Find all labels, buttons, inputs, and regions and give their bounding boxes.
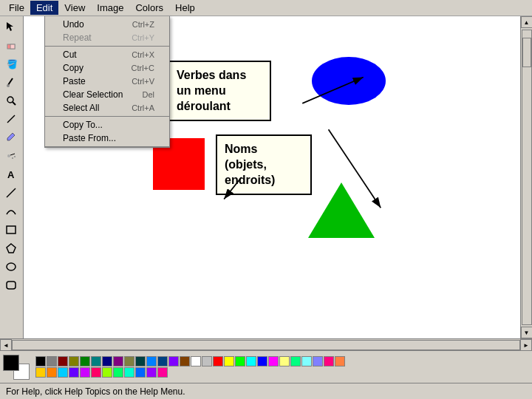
menu-help[interactable]: Help (169, 1, 201, 15)
menu-colors[interactable]: Colors (129, 1, 169, 15)
color-cell[interactable] (146, 367, 157, 378)
color-cell[interactable] (157, 367, 168, 378)
dropdown-clear-selection[interactable]: Clear Selection Del (45, 88, 169, 101)
tool-fill[interactable]: 🪣 (1, 55, 21, 72)
color-cell[interactable] (58, 367, 68, 378)
svg-line-7 (7, 115, 15, 123)
menu-edit[interactable]: Edit (30, 1, 58, 15)
scroll-down-button[interactable]: ▼ (521, 327, 533, 338)
tool-text[interactable]: A (1, 166, 21, 183)
svg-line-3 (8, 78, 13, 85)
tool-brush[interactable] (1, 129, 21, 146)
dropdown-section-3: Copy To... Paste From... (45, 117, 169, 147)
green-triangle (308, 183, 375, 238)
menu-image[interactable]: Image (91, 1, 129, 15)
color-cell[interactable] (102, 367, 112, 378)
tool-eyedropper[interactable] (1, 73, 21, 91)
color-cell[interactable] (135, 356, 146, 366)
color-cell[interactable] (69, 356, 79, 366)
svg-point-11 (14, 156, 16, 157)
nouns-annotation: Noms (objets, endroits) (216, 134, 312, 195)
dropdown-section-2: Cut Ctrl+X Copy Ctrl+C Paste Ctrl+V Clea… (45, 47, 169, 117)
color-cell[interactable] (202, 356, 212, 366)
svg-line-9 (10, 154, 15, 155)
svg-point-16 (7, 263, 16, 270)
color-grid (35, 356, 346, 378)
color-cell[interactable] (324, 356, 334, 366)
color-cell[interactable] (113, 356, 123, 366)
scroll-up-button[interactable]: ▲ (521, 16, 533, 28)
scroll-track-horizontal[interactable] (12, 340, 520, 350)
color-cell[interactable] (301, 356, 312, 366)
color-cell[interactable] (80, 367, 90, 378)
edit-dropdown-menu: Undo Ctrl+Z Repeat Ctrl+Y Cut Ctrl+X Cop… (44, 16, 170, 148)
color-cell[interactable] (69, 367, 79, 378)
color-cell[interactable] (290, 356, 301, 366)
color-cell[interactable] (80, 356, 90, 366)
left-toolbar: 🪣 A (0, 16, 24, 338)
dropdown-section-1: Undo Ctrl+Z Repeat Ctrl+Y (45, 16, 169, 47)
tool-ellipse[interactable] (1, 258, 21, 276)
color-cell[interactable] (35, 356, 46, 366)
color-cell[interactable] (279, 356, 290, 366)
color-cell[interactable] (146, 356, 157, 366)
scroll-right-button[interactable]: ► (520, 339, 532, 351)
tool-rect[interactable] (1, 221, 21, 239)
dropdown-undo[interactable]: Undo Ctrl+Z (45, 18, 169, 31)
foreground-color-box[interactable] (3, 355, 19, 371)
menu-view[interactable]: View (58, 1, 91, 15)
color-cell[interactable] (58, 356, 68, 366)
color-cell[interactable] (124, 356, 134, 366)
color-cell[interactable] (313, 356, 323, 366)
color-cell[interactable] (235, 356, 245, 366)
tool-airbrush[interactable] (1, 147, 21, 165)
color-cell[interactable] (191, 356, 201, 366)
scroll-left-button[interactable]: ◄ (0, 339, 12, 351)
dropdown-copy[interactable]: Copy Ctrl+C (45, 61, 169, 75)
status-bar: For Help, click Help Topics on the Help … (0, 383, 532, 399)
color-cell[interactable] (168, 356, 179, 366)
dropdown-copy-to[interactable]: Copy To... (45, 118, 169, 132)
color-cell[interactable] (124, 367, 134, 378)
dropdown-paste[interactable]: Paste Ctrl+V (45, 75, 169, 88)
color-cell[interactable] (47, 356, 57, 366)
dropdown-repeat[interactable]: Repeat Ctrl+Y (45, 31, 169, 44)
color-cell[interactable] (47, 367, 57, 378)
scroll-thumb-vertical[interactable] (522, 38, 531, 67)
svg-point-5 (7, 97, 13, 103)
dropdown-paste-from[interactable]: Paste From... (45, 132, 169, 145)
color-cell[interactable] (246, 356, 256, 366)
color-cell[interactable] (91, 367, 101, 378)
dropdown-select-all[interactable]: Select All Ctrl+A (45, 101, 169, 115)
tool-pencil[interactable] (1, 110, 21, 128)
color-cell[interactable] (135, 367, 146, 378)
color-cell[interactable] (157, 356, 168, 366)
color-cell[interactable] (113, 367, 123, 378)
svg-rect-14 (7, 226, 16, 233)
verbs-annotation: Verbes dans un menu déroulant (168, 61, 271, 121)
color-cell[interactable] (224, 356, 234, 366)
right-scrollbar: ▲ ▼ (520, 16, 532, 338)
color-palette (0, 350, 532, 383)
menu-file[interactable]: File (3, 1, 30, 15)
color-cell[interactable] (35, 367, 46, 378)
color-cell[interactable] (257, 356, 267, 366)
tool-magnify[interactable] (1, 92, 21, 109)
dropdown-cut[interactable]: Cut Ctrl+X (45, 48, 169, 61)
color-cell[interactable] (335, 356, 345, 366)
app-window: File Edit View Image Colors Help Undo Ct… (0, 0, 532, 399)
color-cell[interactable] (180, 356, 190, 366)
tool-curve[interactable] (1, 202, 21, 220)
tool-line[interactable] (1, 184, 21, 202)
scroll-track-vertical[interactable] (522, 30, 532, 325)
svg-text:A: A (7, 169, 15, 180)
color-cell[interactable] (91, 356, 101, 366)
color-cell[interactable] (102, 356, 112, 366)
tool-eraser[interactable] (1, 36, 21, 54)
tool-polygon[interactable] (1, 239, 21, 257)
color-cell[interactable] (268, 356, 279, 366)
tool-select[interactable] (1, 18, 21, 35)
svg-point-10 (12, 157, 13, 159)
tool-rounded-rect[interactable] (1, 276, 21, 294)
color-cell[interactable] (213, 356, 223, 366)
